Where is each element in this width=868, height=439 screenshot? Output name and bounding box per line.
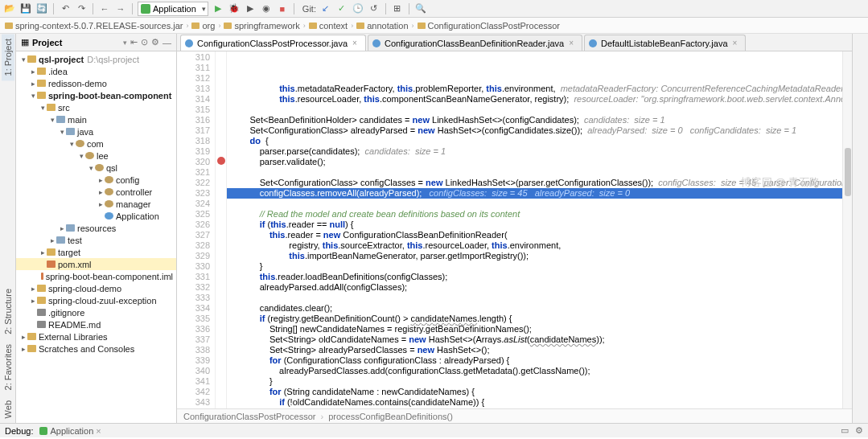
marker-cell[interactable] bbox=[216, 157, 226, 167]
tree-twisty-icon[interactable]: ▾ bbox=[19, 55, 27, 64]
tree-node[interactable]: ▾com bbox=[16, 137, 176, 150]
tree-twisty-icon[interactable]: ▾ bbox=[77, 152, 85, 160]
tree-node[interactable]: ▸controller bbox=[16, 186, 176, 198]
marker-cell[interactable] bbox=[216, 135, 226, 146]
close-icon[interactable]: × bbox=[352, 39, 357, 47]
rail-tab-structure[interactable]: 2: Structure bbox=[2, 284, 14, 339]
tree-twisty-icon[interactable]: ▸ bbox=[48, 236, 56, 244]
search-icon[interactable]: 🔍 bbox=[414, 2, 427, 15]
chevron-down-icon[interactable]: ▾ bbox=[123, 39, 127, 47]
git-history-icon[interactable]: 🕒 bbox=[352, 2, 364, 15]
breadcrumb-item[interactable]: annotation bbox=[356, 21, 408, 31]
tree-twisty-icon[interactable]: ▸ bbox=[97, 176, 105, 184]
marker-cell[interactable] bbox=[216, 188, 226, 199]
coverage-icon[interactable]: ▶ bbox=[244, 2, 257, 15]
tree-node[interactable]: ▸manager bbox=[16, 198, 176, 210]
gear-icon[interactable]: ⚙ bbox=[151, 37, 159, 47]
marker-cell[interactable] bbox=[216, 272, 226, 282]
breadcrumb-item[interactable]: springframework bbox=[224, 21, 299, 31]
marker-cell[interactable] bbox=[216, 240, 226, 251]
code-line[interactable]: String[] newCandidateNames = registry.ge… bbox=[227, 324, 852, 334]
tree-node[interactable]: spring-boot-bean-component.iml bbox=[16, 270, 176, 282]
tree-node[interactable]: ▸target bbox=[16, 246, 176, 258]
stop-icon[interactable]: ■ bbox=[276, 2, 289, 15]
tree-node[interactable]: ▸spring-cloud-zuul-exception bbox=[16, 294, 176, 306]
code-line[interactable]: this.reader.loadBeanDefinitions(configCl… bbox=[227, 272, 852, 282]
git-update-icon[interactable]: ↙ bbox=[319, 2, 332, 15]
locate-icon[interactable]: ⊙ bbox=[141, 37, 148, 47]
code-line[interactable]: alreadyParsedClasses.add(configurationCl… bbox=[227, 366, 852, 376]
code-line[interactable]: registry, this.sourceExtractor, this.res… bbox=[227, 240, 852, 251]
tree-twisty-icon[interactable]: ▸ bbox=[39, 248, 47, 256]
code-line[interactable]: Set<String> oldCandidateNames = new Hash… bbox=[227, 334, 852, 345]
tree-twisty-icon[interactable]: ▾ bbox=[29, 92, 37, 100]
editor-tab[interactable]: ConfigurationClassBeanDefinitionReader.j… bbox=[368, 35, 582, 51]
marker-cell[interactable] bbox=[216, 345, 226, 355]
code-line[interactable]: this.reader = new ConfigurationClassBean… bbox=[227, 230, 852, 240]
marker-cell[interactable] bbox=[216, 104, 226, 114]
code-line[interactable]: for (String candidateName : newCandidate… bbox=[227, 387, 852, 397]
code-line[interactable]: parser.parse(candidates); candidates: si… bbox=[227, 146, 852, 157]
tree-node[interactable]: .gitignore bbox=[16, 306, 176, 318]
marker-cell[interactable] bbox=[216, 72, 226, 83]
crumb-method[interactable]: processConfigBeanDefinitions() bbox=[328, 412, 453, 421]
marker-cell[interactable] bbox=[216, 93, 226, 104]
tree-twisty-icon[interactable]: ▸ bbox=[19, 333, 27, 341]
forward-icon[interactable]: → bbox=[114, 2, 127, 15]
tree-node[interactable]: ▾java bbox=[16, 125, 176, 137]
code-line[interactable]: Set<String> alreadyParsedClasses = new H… bbox=[227, 345, 852, 355]
marker-cell[interactable] bbox=[216, 324, 226, 334]
tree-node[interactable]: ▸spring-cloud-demo bbox=[16, 282, 176, 294]
code-line[interactable]: Set<ConfigurationClass> configClasses = … bbox=[227, 178, 852, 188]
tree-node[interactable]: Application bbox=[16, 210, 176, 222]
rail-tab-favorites[interactable]: 2: Favorites bbox=[2, 339, 14, 395]
tree-node[interactable]: pom.xml bbox=[16, 258, 176, 270]
marker-cell[interactable] bbox=[216, 83, 226, 93]
marker-cell[interactable] bbox=[216, 178, 226, 188]
event-log-icon[interactable]: ▭ bbox=[841, 425, 849, 436]
code-line[interactable]: if (this.reader == null) { bbox=[227, 220, 852, 230]
marker-cell[interactable] bbox=[216, 167, 226, 178]
code-line[interactable]: if (!oldCandidateNames.contains(candidat… bbox=[227, 397, 852, 408]
code-line[interactable]: candidates.clear(); bbox=[227, 303, 852, 314]
tree-twisty-icon[interactable]: ▸ bbox=[29, 68, 37, 76]
tree-node[interactable]: ▸config bbox=[16, 174, 176, 186]
marker-cell[interactable] bbox=[216, 282, 226, 293]
breadcrumb-item[interactable]: ConfigurationClassPostProcessor bbox=[418, 21, 560, 31]
tree-node[interactable]: ▾spring-boot-bean-component bbox=[16, 89, 176, 101]
code-line[interactable]: // Read the model and create bean defini… bbox=[227, 209, 852, 220]
marker-cell[interactable] bbox=[216, 125, 226, 135]
code-line[interactable] bbox=[227, 199, 852, 209]
close-icon[interactable]: × bbox=[569, 39, 574, 47]
editor-tab[interactable]: DefaultListableBeanFactory.java× bbox=[584, 35, 746, 51]
marker-cell[interactable] bbox=[216, 209, 226, 220]
marker-cell[interactable] bbox=[216, 251, 226, 261]
breadcrumb-item[interactable]: context bbox=[309, 21, 348, 31]
code-line[interactable]: this.resourceLoader, this.componentScanB… bbox=[227, 94, 852, 105]
vertical-scrollbar[interactable] bbox=[842, 51, 852, 408]
run-config-dropdown[interactable]: Application bbox=[138, 2, 208, 16]
marker-cell[interactable] bbox=[216, 230, 226, 240]
code-editor[interactable]: 3103113123133143153163173183193203213223… bbox=[177, 51, 852, 408]
tree-twisty-icon[interactable]: ▸ bbox=[97, 200, 105, 208]
close-icon[interactable]: × bbox=[96, 426, 101, 436]
marker-cell[interactable] bbox=[216, 293, 226, 303]
editor-tab[interactable]: ConfigurationClassPostProcessor.java× bbox=[180, 35, 366, 51]
settings-icon[interactable]: ⚙ bbox=[855, 425, 863, 436]
tree-node[interactable]: ▾qsl-projectD:\qsl-project bbox=[16, 53, 176, 65]
marker-cell[interactable] bbox=[216, 199, 226, 209]
marker-cell[interactable] bbox=[216, 146, 226, 156]
tree-twisty-icon[interactable]: ▸ bbox=[29, 297, 37, 305]
marker-cell[interactable] bbox=[216, 114, 226, 125]
tree-node[interactable]: ▸redisson-demo bbox=[16, 77, 176, 89]
tree-node[interactable]: ▾main bbox=[16, 113, 176, 125]
code-content[interactable]: 博客园 @ 青石路 this.metadataReaderFactory, th… bbox=[227, 51, 852, 408]
tree-twisty-icon[interactable]: ▾ bbox=[58, 128, 66, 136]
scrollbar-thumb[interactable] bbox=[845, 148, 851, 196]
marker-cell[interactable] bbox=[216, 334, 226, 345]
marker-cell[interactable] bbox=[216, 376, 226, 387]
save-icon[interactable]: 💾 bbox=[19, 2, 32, 15]
marker-cell[interactable] bbox=[216, 303, 226, 314]
rail-tab-project[interactable]: 1: Project bbox=[2, 34, 14, 80]
tree-node[interactable]: ▸Scratches and Consoles bbox=[16, 343, 176, 355]
